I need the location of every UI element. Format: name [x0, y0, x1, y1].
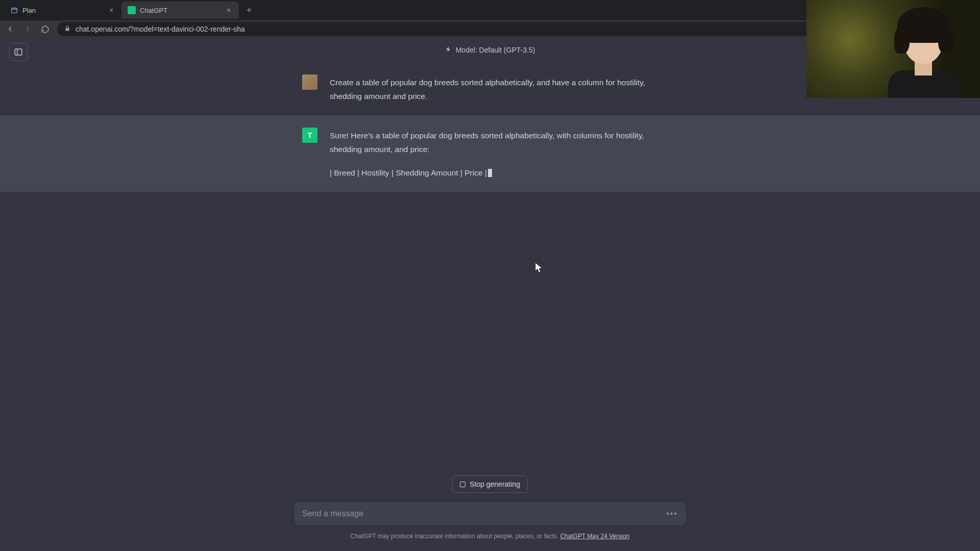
- footnote: ChatGPT may produce inaccurate informati…: [0, 533, 980, 540]
- tab-chatgpt[interactable]: ChatGPT ×: [121, 2, 239, 19]
- close-icon[interactable]: ×: [225, 6, 233, 14]
- message-row-assistant: T Sure! Here's a table of popular dog br…: [0, 115, 980, 191]
- webcam-overlay: [806, 0, 980, 98]
- assistant-table-header: | Breed | Hostility | Shedding Amount | …: [330, 166, 678, 180]
- assistant-intro: Sure! Here's a table of popular dog bree…: [330, 129, 678, 156]
- reload-button[interactable]: [40, 24, 50, 34]
- back-button[interactable]: [5, 24, 15, 34]
- close-icon[interactable]: ×: [107, 6, 115, 14]
- message-input[interactable]: [302, 509, 660, 518]
- model-badge: Model: Default (GPT-3.5): [445, 46, 535, 54]
- bolt-icon: [445, 46, 452, 54]
- assistant-message: Sure! Here's a table of popular dog bree…: [330, 128, 678, 179]
- forward-button[interactable]: [22, 24, 33, 34]
- tab-title: ChatGPT: [140, 7, 220, 14]
- svg-rect-0: [12, 8, 17, 13]
- sidebar-toggle-button[interactable]: [9, 43, 28, 61]
- stop-generating-button[interactable]: Stop generating: [452, 475, 528, 493]
- person-silhouette: [883, 10, 965, 98]
- user-avatar: [302, 74, 317, 90]
- user-message: Create a table of popular dog breeds sor…: [330, 74, 678, 103]
- new-tab-button[interactable]: +: [242, 3, 256, 17]
- tab-plan[interactable]: Plan ×: [4, 2, 121, 19]
- tab-title: Plan: [22, 7, 103, 14]
- calendar-icon: [10, 6, 18, 14]
- more-icon[interactable]: •••: [666, 509, 678, 518]
- chatgpt-icon: [128, 6, 136, 14]
- typing-cursor-icon: [488, 169, 492, 177]
- lock-icon: [64, 26, 70, 33]
- stop-icon: [460, 482, 465, 487]
- svg-rect-2: [15, 49, 22, 55]
- footnote-text: ChatGPT may produce inaccurate informati…: [351, 533, 560, 540]
- compose-area: Stop generating ••• ChatGPT may produce …: [0, 475, 980, 551]
- mouse-cursor-icon: [535, 263, 543, 273]
- message-input-container: •••: [294, 502, 686, 525]
- stop-label: Stop generating: [470, 480, 520, 488]
- model-label: Model: Default (GPT-3.5): [456, 46, 535, 54]
- assistant-avatar: T: [302, 128, 317, 143]
- footnote-link[interactable]: ChatGPT May 24 Version: [560, 533, 629, 540]
